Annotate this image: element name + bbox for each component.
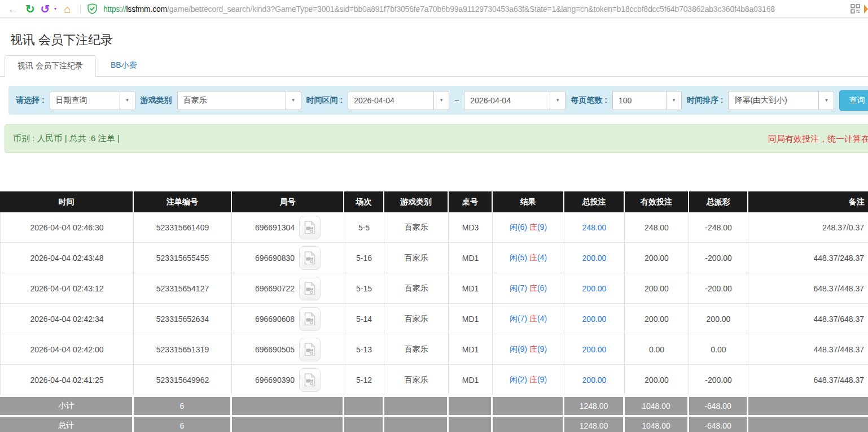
cell-bet-number: 523315649962 [134, 365, 232, 395]
cell-result: 闲(2) 庄(9) [493, 365, 564, 395]
cell-payout: -200.00 [689, 365, 748, 395]
column-header-6: 结果 [493, 191, 564, 212]
back-icon[interactable]: ← [6, 1, 21, 17]
cell-session: 5-16 [344, 243, 384, 273]
video-file-icon [304, 282, 315, 295]
column-header-2: 局号 [232, 191, 344, 212]
chevron-down-icon[interactable]: ▼ [818, 91, 834, 110]
cell-bet-number: 523315654127 [134, 273, 232, 304]
total-bet-link[interactable]: 200.00 [582, 345, 607, 354]
url-scheme: https:// [103, 5, 126, 14]
video-replay-button[interactable] [299, 368, 321, 392]
summary-bar: 币别 : 人民币 | 总共 :6 注单 | 同局有效投注，统一计算在该 [5, 124, 868, 153]
video-replay-button[interactable] [299, 307, 321, 331]
footer-total-bet: 1248.00 [564, 415, 625, 432]
cell-remark: 448.37/448.37 [748, 334, 868, 365]
sort-order-select[interactable]: 降幂(由大到小) ▼ [728, 91, 834, 110]
cell-valid-bet: 200.00 [625, 365, 689, 395]
cell-time: 2026-04-04 02:43:48 [0, 243, 134, 273]
result-player: 闲(9) [510, 344, 527, 354]
video-replay-button[interactable] [299, 277, 321, 300]
security-shield-icon[interactable] [87, 3, 97, 14]
page-title: 视讯 会员下注纪录 [10, 32, 868, 49]
footer-total-bet: 1248.00 [564, 395, 625, 415]
result-banker-number: (9) [537, 344, 547, 354]
home-icon[interactable]: ⌂ [60, 1, 75, 17]
cell-session: 5-5 [344, 212, 384, 243]
cell-round-number: 696690830 [232, 243, 344, 273]
total-bet-link[interactable]: 200.00 [582, 254, 607, 263]
video-replay-button[interactable] [299, 216, 321, 239]
footer-empty [232, 395, 344, 415]
search-button[interactable]: 查询 [839, 90, 868, 111]
cell-bet-number: 523315652634 [134, 304, 232, 334]
footer-count: 6 [134, 395, 232, 415]
cell-total-bet: 200.00 [564, 304, 625, 334]
date-from-select[interactable]: 2026-04-04 ▼ [348, 91, 449, 110]
game-type-select[interactable]: 百家乐 ▼ [177, 91, 301, 110]
cell-time: 2026-04-04 02:42:00 [0, 334, 134, 365]
refresh-icon[interactable]: ↻ [23, 1, 38, 17]
chevron-down-icon[interactable]: ▼ [666, 91, 681, 110]
page-size-select[interactable]: 100 ▼ [612, 91, 682, 110]
clipped-toolbar-icon [864, 5, 868, 14]
total-bet-link[interactable]: 200.00 [582, 376, 607, 385]
cell-total-bet: 200.00 [564, 365, 625, 395]
tab-bar: 视讯 会员下注纪录 BB小费 [0, 57, 868, 77]
total-bet-link[interactable]: 248.00 [582, 223, 607, 232]
total-bet-link[interactable]: 200.00 [582, 284, 607, 293]
round-number: 696690608 [255, 315, 295, 324]
date-to-value: 2026-04-04 [464, 91, 550, 110]
cell-game-type: 百家乐 [384, 365, 449, 395]
browser-toolbar: ← ↻ ↺ ▾ ⌂ https://lssfmm.com/game/betrec… [0, 0, 868, 18]
address-bar[interactable]: https://lssfmm.com/game/betrecord_search… [103, 5, 844, 14]
summary-right-note: 同局有效投注，统一计算在该 [768, 134, 868, 145]
video-replay-button[interactable] [299, 246, 321, 270]
video-replay-button[interactable] [299, 338, 321, 361]
column-header-10: 备注 [748, 191, 868, 212]
tab-bet-records[interactable]: 视讯 会员下注纪录 [5, 55, 96, 77]
game-type-label: 游戏类别 [141, 95, 172, 106]
cell-round-number: 696691304 [232, 212, 344, 243]
page-size-label: 每页笔数 : [571, 95, 607, 106]
sort-label: 时间排序 : [687, 95, 724, 106]
total-bet-link[interactable]: 200.00 [582, 315, 607, 324]
result-player: 闲(2) [510, 375, 527, 384]
chevron-down-icon[interactable]: ▼ [550, 91, 565, 110]
date-from-value: 2026-04-04 [348, 91, 433, 110]
cell-valid-bet: 0.00 [625, 334, 689, 365]
cell-valid-bet: 248.00 [625, 212, 689, 243]
column-header-0: 时间 [0, 191, 134, 212]
cell-remark: 648.37/448.37 [748, 273, 868, 304]
result-banker: 庄 [527, 253, 537, 262]
cell-time: 2026-04-04 02:42:34 [0, 304, 134, 334]
undo-dropdown-caret-icon[interactable]: ▾ [52, 1, 58, 17]
date-to-select[interactable]: 2026-04-04 ▼ [464, 91, 565, 110]
chevron-down-icon[interactable]: ▼ [286, 91, 301, 110]
cell-bet-number: 523315651319 [134, 334, 232, 365]
column-header-5: 桌号 [449, 191, 493, 212]
cell-time: 2026-04-04 02:43:12 [0, 273, 134, 304]
undo-history-icon[interactable]: ↺ [40, 1, 51, 17]
result-banker: 庄 [527, 375, 537, 384]
result-banker-number: (9) [537, 375, 547, 384]
cell-table-number: MD1 [449, 273, 493, 304]
cell-table-number: MD1 [449, 243, 493, 273]
bet-records-table: 时间注单编号局号场次游戏类别桌号结果总投注有效投注总派彩备注 2026-04-0… [0, 191, 868, 432]
result-banker-number: (4) [537, 253, 547, 262]
cell-table-number: MD1 [449, 334, 493, 365]
chevron-down-icon[interactable]: ▼ [433, 91, 449, 110]
cell-round-number: 696690722 [232, 273, 344, 304]
result-banker: 庄 [527, 283, 537, 293]
cell-time: 2026-04-04 02:41:25 [0, 365, 134, 395]
video-file-icon [304, 221, 315, 234]
table-row: 2026-04-04 02:43:48523315655455696690830… [0, 243, 868, 273]
qr-code-icon[interactable] [851, 4, 860, 14]
page-size-value: 100 [613, 91, 666, 110]
tab-bb-tip[interactable]: BB小费 [96, 55, 152, 76]
result-banker-number: (6) [537, 283, 547, 293]
date-mode-select[interactable]: 日期查询 ▼ [50, 91, 135, 110]
cell-total-bet: 200.00 [564, 273, 625, 304]
cell-game-type: 百家乐 [384, 243, 449, 273]
chevron-down-icon[interactable]: ▼ [120, 91, 135, 110]
